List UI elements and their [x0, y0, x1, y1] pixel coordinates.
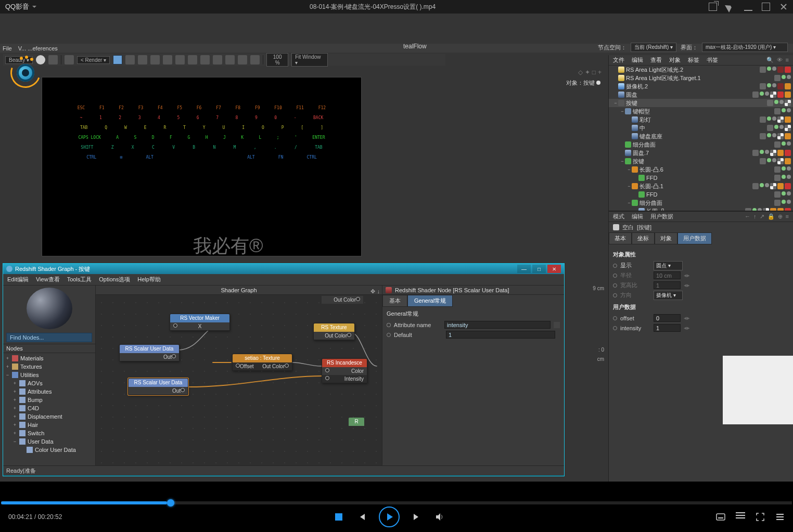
- nodetree-row[interactable]: Color User Data: [5, 446, 93, 454]
- layers-icon[interactable]: [213, 55, 222, 64]
- back-icon[interactable]: ←: [745, 213, 750, 220]
- grid-icon[interactable]: [125, 55, 135, 64]
- nodetree-row[interactable]: −Utilities: [5, 371, 93, 379]
- om-row[interactable]: 细分曲面: [609, 140, 793, 149]
- render-viewport[interactable]: ESCF1F2F3F4F5F6F7F8F9F10F11F12 ~12345678…: [42, 77, 362, 256]
- om-menu-object[interactable]: 对象: [669, 56, 681, 64]
- eye-icon[interactable]: 👁: [777, 57, 783, 63]
- sg-menu-edit[interactable]: Edit编辑: [7, 276, 29, 283]
- nodetree[interactable]: +Materials+Textures−Utilities+AOVs+Attri…: [3, 353, 95, 455]
- sg-tab-general[interactable]: General常规: [407, 295, 453, 307]
- node-vector-maker[interactable]: RS Vector Maker X: [170, 314, 230, 331]
- vpicon-2[interactable]: ✦: [585, 69, 590, 76]
- sg-tab-basic[interactable]: 基本: [382, 295, 407, 307]
- om-row[interactable]: RS Area Light区域光.Target.1: [609, 74, 793, 82]
- default-field[interactable]: [446, 331, 555, 339]
- nodetree-row[interactable]: +Displacement: [5, 412, 93, 421]
- app-title[interactable]: QQ影音: [5, 2, 36, 11]
- pin-icon[interactable]: ⊕: [778, 213, 783, 220]
- copy-icon[interactable]: [238, 55, 247, 64]
- expand-icon[interactable]: [188, 55, 197, 64]
- tab-coord[interactable]: 坐标: [632, 232, 655, 244]
- next-button[interactable]: [411, 511, 423, 523]
- node-texture[interactable]: setiao : Texture OffsetOut Color: [232, 354, 292, 371]
- om-row[interactable]: −按键: [609, 99, 793, 107]
- lock-icon[interactable]: 🔒: [768, 213, 775, 220]
- om-row[interactable]: 键盘底座: [609, 132, 793, 140]
- attr-field[interactable]: [654, 324, 681, 332]
- sg-minimize-button[interactable]: —: [517, 265, 531, 273]
- prev-button[interactable]: [356, 511, 367, 523]
- om-row[interactable]: −键帽型: [609, 107, 793, 115]
- om-row[interactable]: −长圆-凸.1: [609, 182, 793, 190]
- nodetree-row[interactable]: +AOVs: [5, 379, 93, 387]
- filter-icon[interactable]: ≡: [786, 57, 789, 63]
- volume-button[interactable]: [434, 511, 445, 523]
- star-icon[interactable]: [150, 55, 160, 64]
- om-menu-file[interactable]: 文件: [613, 56, 624, 64]
- layout-dropdown[interactable]: max一枝花-启动-1920 (用户) ▾: [702, 43, 788, 52]
- lock-icon[interactable]: [113, 55, 122, 64]
- sg-canvas[interactable]: Shader Graph ✥↓ Out Color R: [96, 286, 382, 465]
- zoom-field[interactable]: 100 %: [266, 53, 288, 67]
- nodetree-row[interactable]: +Materials: [5, 354, 93, 362]
- fullscreen-icon[interactable]: [756, 512, 765, 522]
- settings-icon[interactable]: [775, 512, 785, 522]
- nodetree-row[interactable]: +Bump: [5, 396, 93, 404]
- sg-titlebar[interactable]: Redshift Shader Graph - 按键 — □ ✕: [3, 264, 564, 274]
- picker-icon[interactable]: [554, 322, 560, 328]
- search-icon[interactable]: 🔍: [766, 57, 774, 63]
- node-space-dropdown[interactable]: 当前 (Redshift) ▾: [631, 43, 676, 52]
- crop-icon[interactable]: [65, 55, 74, 64]
- nav-icon[interactable]: ↗: [760, 213, 764, 220]
- attr-combo[interactable]: 圆点 ▾: [654, 261, 683, 270]
- node-scalar-userdata-1[interactable]: RS Scalar User Data Out: [119, 344, 180, 361]
- share-icon[interactable]: [726, 3, 735, 11]
- refresh-icon[interactable]: [175, 55, 185, 64]
- attr-menu-mode[interactable]: 模式: [613, 213, 624, 220]
- sg-pin-icon[interactable]: ↓: [377, 287, 380, 296]
- sg-close-button[interactable]: ✕: [547, 265, 561, 273]
- progress-bar[interactable]: [1, 501, 792, 504]
- attribute-name-field[interactable]: [444, 321, 551, 329]
- list-icon[interactable]: ≡: [786, 213, 789, 220]
- toolbar-btn-2[interactable]: [48, 55, 58, 64]
- sg-menu-tools[interactable]: Tools工具: [67, 276, 92, 283]
- playlist-icon[interactable]: [736, 512, 745, 522]
- nodetree-row[interactable]: +Textures: [5, 362, 93, 371]
- om-row[interactable]: 彩灯: [609, 115, 793, 124]
- minimize-button[interactable]: [744, 3, 752, 11]
- nodetree-row[interactable]: +Hair: [5, 421, 93, 429]
- om-menu-bookmarks[interactable]: 书签: [707, 56, 718, 64]
- nodetree-row[interactable]: −User Data: [5, 437, 93, 446]
- close-button[interactable]: [779, 3, 788, 11]
- sg-crosshair-icon[interactable]: ✥: [370, 287, 375, 296]
- attr-field[interactable]: [654, 314, 681, 322]
- vpicon-1[interactable]: ◇: [578, 69, 583, 76]
- stop-button[interactable]: [333, 511, 344, 523]
- fit-dropdown[interactable]: Fit Window ▾: [291, 53, 328, 67]
- render-dropdown[interactable]: < Render ▾: [77, 56, 110, 64]
- om-tree[interactable]: RS Area Light区域光.2RS Area Light区域光.Targe…: [609, 66, 793, 211]
- sg-menu-view[interactable]: View查看: [36, 276, 60, 283]
- sg-maximize-button[interactable]: □: [532, 265, 546, 273]
- tab-userdata[interactable]: 用户数据: [677, 232, 712, 244]
- om-row[interactable]: 中: [609, 124, 793, 132]
- node-scalar-userdata-2[interactable]: RS Scalar User Data Out: [128, 378, 188, 395]
- om-row[interactable]: 圆盘.7: [609, 149, 793, 157]
- bracket-icon[interactable]: [200, 55, 210, 64]
- node-rs-texture[interactable]: RS Texture Out Color: [313, 323, 355, 340]
- om-row[interactable]: −长圆-凸: [609, 207, 793, 211]
- om-menu-view[interactable]: 查看: [650, 56, 662, 64]
- fwd-icon[interactable]: ↑: [753, 213, 757, 220]
- om-menu-edit[interactable]: 编辑: [632, 56, 643, 64]
- menu-file[interactable]: File: [3, 45, 12, 51]
- play-button[interactable]: [379, 507, 400, 527]
- node-rs-incandesce[interactable]: RS Incandesce Color Intensity: [322, 358, 367, 383]
- node-outcolor-stub[interactable]: Out Color: [322, 296, 363, 304]
- om-row[interactable]: 摄像机.2: [609, 82, 793, 90]
- vpicon-4[interactable]: +: [598, 69, 602, 76]
- attr-menu-userdata[interactable]: 用户数据: [650, 213, 673, 220]
- om-row[interactable]: FFD: [609, 190, 793, 199]
- tab-basic[interactable]: 基本: [609, 232, 632, 244]
